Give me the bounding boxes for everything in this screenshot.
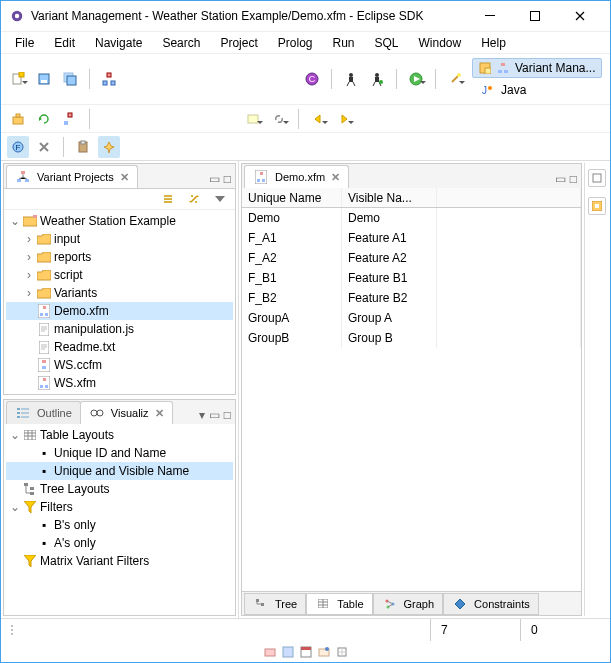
status-icon[interactable] xyxy=(336,646,348,658)
status-icon[interactable] xyxy=(282,646,294,658)
minimize-view-icon[interactable]: ▭ xyxy=(209,408,220,422)
tree-file-txt[interactable]: Readme.txt xyxy=(6,338,233,356)
status-icon[interactable] xyxy=(318,646,330,658)
close-button[interactable] xyxy=(557,2,602,31)
minimize-button[interactable] xyxy=(467,2,512,31)
magic-button[interactable] xyxy=(444,68,466,90)
table-row[interactable]: F_B2Feature B2 xyxy=(242,288,581,308)
status-icon[interactable] xyxy=(264,646,276,658)
menu-file[interactable]: File xyxy=(7,34,42,52)
menu-sql[interactable]: SQL xyxy=(367,34,407,52)
projects-tree[interactable]: ⌄ Weather Station Example ›input ›report… xyxy=(4,210,235,394)
variant-model-icon[interactable] xyxy=(59,108,81,130)
table-row[interactable]: DemoDemo xyxy=(242,208,581,228)
bottom-tab-graph[interactable]: Graph xyxy=(373,593,444,615)
table-row[interactable]: GroupAGroup A xyxy=(242,308,581,328)
table-row[interactable]: GroupBGroup B xyxy=(242,328,581,348)
tree-layout-item[interactable]: ▪Unique ID and Name xyxy=(6,444,233,462)
menu-prolog[interactable]: Prolog xyxy=(270,34,321,52)
forward-button[interactable] xyxy=(333,108,355,130)
expand-icon[interactable]: › xyxy=(22,286,36,300)
back-button[interactable] xyxy=(307,108,329,130)
perspective-java[interactable]: J Java xyxy=(472,80,602,100)
editor-tab[interactable]: Demo.xfm ✕ xyxy=(244,165,349,188)
perspective-variant[interactable]: Variant Mana... xyxy=(472,58,602,78)
table-row[interactable]: F_A1Feature A1 xyxy=(242,228,581,248)
menu-run[interactable]: Run xyxy=(324,34,362,52)
minimize-view-icon[interactable]: ▭ xyxy=(555,172,566,186)
tree-file-xfm[interactable]: Demo.xfm xyxy=(6,302,233,320)
status-handle-icon[interactable] xyxy=(1,623,17,637)
trimbar-restore-icon[interactable] xyxy=(588,169,606,187)
maximize-view-icon[interactable]: □ xyxy=(224,172,231,186)
history-icon[interactable] xyxy=(242,108,264,130)
filter-toggle-button[interactable]: F xyxy=(7,136,29,158)
compile-icon[interactable]: C xyxy=(301,68,323,90)
tree-filter-item[interactable]: ▪B's only xyxy=(6,516,233,534)
tree-folder[interactable]: ›input xyxy=(6,230,233,248)
view-menu-icon[interactable] xyxy=(209,188,231,210)
maximize-button[interactable] xyxy=(512,2,557,31)
expand-icon[interactable]: ⌄ xyxy=(8,500,22,514)
expand-icon[interactable]: ⌄ xyxy=(8,428,22,442)
collapse-all-icon[interactable] xyxy=(157,188,179,210)
debug-person-icon[interactable] xyxy=(340,68,362,90)
bottom-tab-tree[interactable]: Tree xyxy=(244,593,306,615)
link-icon[interactable] xyxy=(268,108,290,130)
save-button[interactable] xyxy=(33,68,55,90)
tree-folder[interactable]: ›reports xyxy=(6,248,233,266)
pin-icon[interactable] xyxy=(98,136,120,158)
link-editor-icon[interactable] xyxy=(183,188,205,210)
tab-variant-projects[interactable]: Variant Projects ✕ xyxy=(6,165,138,188)
menu-help[interactable]: Help xyxy=(473,34,514,52)
maximize-view-icon[interactable]: □ xyxy=(570,172,577,186)
menu-project[interactable]: Project xyxy=(212,34,265,52)
feature-model-icon[interactable] xyxy=(98,68,120,90)
expand-icon[interactable]: › xyxy=(22,268,36,282)
menu-window[interactable]: Window xyxy=(411,34,470,52)
table-row[interactable]: F_B1Feature B1 xyxy=(242,268,581,288)
expand-icon[interactable]: › xyxy=(22,232,36,246)
new-button[interactable] xyxy=(7,68,29,90)
bottom-tab-table[interactable]: Table xyxy=(306,593,372,615)
run-button[interactable] xyxy=(405,68,427,90)
table-row[interactable]: F_A2Feature A2 xyxy=(242,248,581,268)
tree-folder[interactable]: ›script xyxy=(6,266,233,284)
trimbar-view-icon[interactable] xyxy=(588,197,606,215)
tree-file-xfm[interactable]: WS.xfm xyxy=(6,374,233,392)
run-person-icon[interactable] xyxy=(366,68,388,90)
menu-navigate[interactable]: Navigate xyxy=(87,34,150,52)
tree-file-ccfm[interactable]: WS.ccfm xyxy=(6,356,233,374)
tree-matrix-filters[interactable]: Matrix Variant Filters xyxy=(6,552,233,570)
menu-search[interactable]: Search xyxy=(154,34,208,52)
maximize-view-icon[interactable]: □ xyxy=(224,408,231,422)
minimize-view-icon[interactable]: ▭ xyxy=(209,172,220,186)
variant-orange-icon[interactable] xyxy=(7,108,29,130)
close-icon[interactable]: ✕ xyxy=(120,171,129,184)
tree-folder[interactable]: ›Variants xyxy=(6,284,233,302)
close-icon[interactable]: ✕ xyxy=(155,407,164,420)
paste-icon[interactable] xyxy=(72,136,94,158)
refresh-icon[interactable] xyxy=(33,108,55,130)
tree-filters[interactable]: ⌄Filters xyxy=(6,498,233,516)
expand-icon[interactable]: ⌄ xyxy=(8,214,22,228)
expand-icon[interactable]: › xyxy=(22,250,36,264)
tree-tree-layouts[interactable]: Tree Layouts xyxy=(6,480,233,498)
column-unique-name[interactable]: Unique Name xyxy=(242,188,342,207)
tab-outline[interactable]: Outline xyxy=(6,401,81,424)
tree-layout-item[interactable]: ▪Unique and Visible Name xyxy=(6,462,233,480)
menu-edit[interactable]: Edit xyxy=(46,34,83,52)
tree-file-js[interactable]: manipulation.js xyxy=(6,320,233,338)
clear-filter-icon[interactable] xyxy=(33,136,55,158)
close-icon[interactable]: ✕ xyxy=(331,171,340,184)
status-icon[interactable] xyxy=(300,646,312,658)
column-visible-name[interactable]: Visible Na... xyxy=(342,188,437,207)
save-all-button[interactable] xyxy=(59,68,81,90)
view-menu-icon[interactable]: ▾ xyxy=(199,408,205,422)
tab-visualization[interactable]: Visualiz ✕ xyxy=(80,401,173,424)
tree-project-root[interactable]: ⌄ Weather Station Example xyxy=(6,212,233,230)
bottom-tab-constraints[interactable]: Constraints xyxy=(443,593,539,615)
tree-filter-item[interactable]: ▪A's only xyxy=(6,534,233,552)
visualization-tree[interactable]: ⌄Table Layouts ▪Unique ID and Name ▪Uniq… xyxy=(4,424,235,615)
tree-table-layouts[interactable]: ⌄Table Layouts xyxy=(6,426,233,444)
